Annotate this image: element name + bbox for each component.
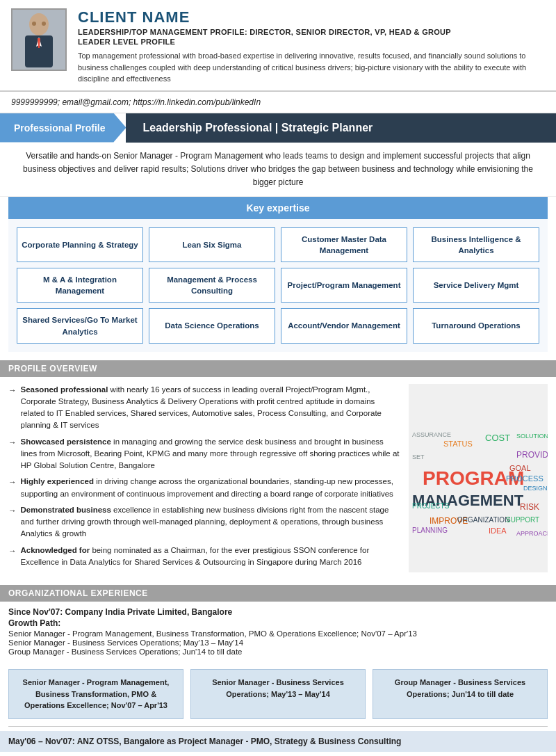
expertise-box: Data Science Operations: [149, 308, 275, 343]
summary-section: Versatile and hands-on Senior Manager - …: [0, 143, 556, 198]
org-experience-header: Organizational Experience: [0, 585, 556, 602]
profile-overview-content: →Seasoned professional with nearly 16 ye…: [0, 377, 556, 580]
word-cloud: PROGRAMMANAGEMENTSTATUSCOSTPROVIDEGOALPR…: [409, 419, 548, 537]
title-line1: Leadership/Top Management Profile: Direc…: [78, 28, 545, 36]
word-cloud-word: STATUS: [443, 440, 473, 448]
bullet-arrow: →: [8, 545, 17, 557]
word-cloud-word: SOLUTION: [516, 433, 548, 440]
expertise-box: Lean Six Sigma: [149, 227, 275, 262]
role-card: Senior Manager - Business Services Opera…: [190, 669, 366, 719]
word-cloud-word: ASSURANCE: [412, 431, 451, 438]
profile-banner-left: Professional Profile: [0, 113, 126, 143]
expertise-box: Account/Vendor Management: [281, 308, 407, 343]
word-cloud-container: PROGRAMMANAGEMENTSTATUSCOSTPROVIDEGOALPR…: [409, 384, 548, 573]
bullet-arrow: →: [8, 476, 17, 488]
word-cloud-word: PROVIDE: [516, 450, 548, 460]
role-cards: Senior Manager - Program Management, Bus…: [8, 669, 548, 719]
profile-banner-right: Leadership Professional | Strategic Plan…: [126, 113, 556, 143]
contact-text: 9999999999; email@gmail.com; https://in.…: [11, 97, 261, 107]
expertise-box: M & A & Integration Management: [17, 268, 143, 303]
title-line2: Leader Level Profile: [78, 38, 545, 46]
expertise-box: Turnaround Operations: [413, 308, 539, 343]
bullet-arrow: →: [8, 437, 17, 449]
svg-point-5: [42, 22, 46, 26]
resume-header: Client Name Leadership/Top Management Pr…: [0, 0, 556, 92]
divider1: [8, 726, 548, 727]
word-cloud-word: RISK: [520, 502, 539, 512]
org-section: Since Nov'07: Company India Private Limi…: [0, 602, 556, 662]
profile-banner: Professional Profile Leadership Professi…: [0, 113, 556, 143]
bullet-arrow: →: [8, 385, 17, 396]
profile-overview-header: Profile Overview: [0, 360, 556, 377]
svg-point-4: [32, 22, 36, 26]
header-info: Client Name Leadership/Top Management Pr…: [78, 8, 545, 85]
contact-bar: 9999999999; email@gmail.com; https://in.…: [0, 92, 556, 113]
company1-name: Since Nov'07: Company India Private Limi…: [8, 607, 548, 617]
org-roles: Senior Manager - Program Management, Bus…: [8, 629, 548, 656]
word-cloud-word: PROJECTS: [412, 502, 449, 510]
expertise-grid: Corporate Planning & StrategyLean Six Si…: [8, 219, 548, 352]
bullet-item: →Highly experienced in driving change ac…: [8, 476, 400, 500]
company2: May'06 – Nov'07: ANZ OTSS, Bangalore as …: [0, 731, 556, 752]
header-description: Top management professional with broad-b…: [78, 50, 545, 85]
profile-bullets: →Seasoned professional with nearly 16 ye…: [8, 384, 400, 573]
expertise-box: Project/Program Management: [281, 268, 407, 303]
expertise-box: Business Intelligence & Analytics: [413, 227, 539, 262]
word-cloud-word: PLANNING: [412, 526, 448, 534]
expertise-box: Customer Master Data Management: [281, 227, 407, 262]
bullet-text: Acknowledged for being nominated as a Ch…: [21, 545, 401, 569]
bullet-item: →Demonstrated business excellence in est…: [8, 504, 400, 540]
bullet-item: →Acknowledged for being nominated as a C…: [8, 545, 400, 569]
bullet-text: Showcased persistence in managing and gr…: [21, 436, 401, 472]
role-card: Senior Manager - Program Management, Bus…: [8, 669, 183, 719]
growth-path-label: Growth Path:: [8, 618, 548, 628]
expertise-box: Shared Services/Go To Market Analytics: [17, 308, 143, 343]
org-role: Group Manager - Business Services Operat…: [8, 648, 548, 656]
expertise-box: Service Delivery Mgmt: [413, 268, 539, 303]
word-cloud-word: DESIGN: [523, 485, 548, 492]
word-cloud-word: PROCESS: [506, 474, 543, 483]
avatar: [11, 8, 67, 71]
bullet-text: Demonstrated business excellence in esta…: [21, 504, 401, 540]
word-cloud-word: APPROACH: [516, 530, 548, 537]
summary-text: Versatile and hands-on Senior Manager - …: [23, 151, 533, 187]
bullet-text: Highly experienced in driving change acr…: [21, 476, 401, 500]
client-name: Client Name: [78, 8, 545, 26]
word-cloud-word: ORGANIZATION: [457, 516, 509, 524]
bullet-arrow: →: [8, 505, 17, 517]
expertise-box: Management & Process Consulting: [149, 268, 275, 303]
org-role: Senior Manager - Program Management, Bus…: [8, 629, 548, 638]
word-cloud-word: IDEA: [489, 526, 507, 535]
word-cloud-word: GOAL: [509, 464, 531, 472]
expertise-box: Corporate Planning & Strategy: [17, 227, 143, 262]
word-cloud-word: COST: [485, 433, 510, 443]
word-cloud-word: SET: [412, 453, 425, 460]
bullet-item: →Showcased persistence in managing and g…: [8, 436, 400, 472]
bullet-item: →Seasoned professional with nearly 16 ye…: [8, 384, 400, 432]
org-role: Senior Manager - Business Services Opera…: [8, 638, 548, 647]
bullet-text: Seasoned professional with nearly 16 yea…: [21, 384, 401, 432]
role-card: Group Manager - Business Services Operat…: [373, 669, 548, 719]
word-cloud-word: SUPPORT: [506, 516, 539, 524]
key-expertise-header: Key expertise: [8, 197, 548, 219]
